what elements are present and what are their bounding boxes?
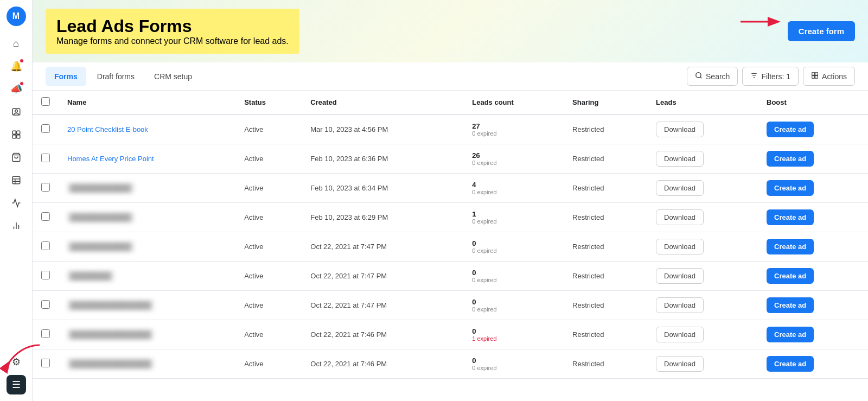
row-checkbox[interactable]: [41, 359, 50, 367]
svg-rect-7: [12, 176, 20, 184]
campaigns-icon[interactable]: [7, 193, 26, 213]
forms-table: Name Status Created Leads count Sharing …: [33, 91, 868, 379]
analytics-icon[interactable]: [7, 216, 26, 235]
home-icon[interactable]: ⌂: [7, 34, 26, 53]
tab-crm-setup[interactable]: CRM setup: [145, 67, 201, 86]
table-row: Homes At Every Price PointActiveFeb 10, …: [33, 144, 868, 174]
create-ad-button[interactable]: Create ad: [767, 268, 814, 284]
meta-logo[interactable]: M: [7, 7, 26, 26]
table-row: 20 Point Checklist E-bookActiveMar 10, 2…: [33, 114, 868, 144]
form-sharing: Restricted: [564, 232, 647, 262]
create-ad-button[interactable]: Create ad: [767, 151, 814, 167]
menu-icon[interactable]: ☰: [7, 375, 26, 394]
form-name-link[interactable]: Homes At Every Price Point: [67, 155, 154, 163]
row-checkbox[interactable]: [41, 154, 50, 162]
actions-button[interactable]: Actions: [803, 67, 855, 86]
form-name-link[interactable]: 20 Point Checklist E-book: [67, 125, 148, 133]
select-all-checkbox[interactable]: [41, 97, 50, 106]
form-name-blurred: ████████████: [67, 241, 134, 252]
create-ad-button[interactable]: Create ad: [767, 209, 814, 225]
form-leads-count: 00 expired: [463, 291, 564, 320]
arrow-create-form: [741, 11, 784, 33]
table-row: ████████████ActiveFeb 10, 2023 at 6:34 P…: [33, 174, 868, 203]
form-sharing: Restricted: [564, 320, 647, 349]
svg-line-16: [700, 77, 702, 79]
actions-icon: [811, 72, 819, 81]
form-status: Active: [235, 114, 302, 144]
form-leads-count: 10 expired: [463, 203, 564, 232]
form-sharing: Restricted: [564, 291, 647, 320]
create-ad-button[interactable]: Create ad: [767, 180, 814, 196]
megaphone-icon[interactable]: 📣: [7, 79, 26, 99]
col-checkbox: [33, 91, 59, 114]
form-sharing: Restricted: [564, 174, 647, 203]
svg-rect-4: [12, 135, 16, 138]
form-created: Feb 10, 2023 at 6:36 PM: [302, 144, 463, 174]
form-created: Oct 22, 2021 at 7:47 PM: [302, 262, 463, 291]
filters-button[interactable]: Filters: 1: [742, 67, 799, 86]
form-name-blurred: ████████████████: [67, 300, 154, 310]
form-sharing: Restricted: [564, 203, 647, 232]
download-button[interactable]: Download: [656, 239, 704, 254]
form-leads-count: 00 expired: [463, 262, 564, 291]
form-sharing: Restricted: [564, 262, 647, 291]
row-checkbox[interactable]: [41, 124, 50, 133]
search-button[interactable]: Search: [687, 67, 738, 86]
form-status: Active: [235, 349, 302, 379]
form-status: Active: [235, 203, 302, 232]
form-leads-count: 260 expired: [463, 144, 564, 174]
tab-draft-forms[interactable]: Draft forms: [88, 67, 143, 86]
form-created: Oct 22, 2021 at 7:46 PM: [302, 320, 463, 349]
form-sharing: Restricted: [564, 114, 647, 144]
col-status: Status: [235, 91, 302, 114]
form-created: Oct 22, 2021 at 7:47 PM: [302, 232, 463, 262]
col-created: Created: [302, 91, 463, 114]
contacts-icon[interactable]: [7, 102, 26, 122]
form-leads-count: 00 expired: [463, 232, 564, 262]
notification-bell-icon[interactable]: 🔔: [7, 56, 26, 76]
download-button[interactable]: Download: [656, 122, 704, 137]
form-name-blurred: ████████████: [67, 183, 134, 193]
row-checkbox[interactable]: [41, 212, 50, 221]
svg-point-15: [696, 73, 701, 78]
download-button[interactable]: Download: [656, 297, 704, 313]
table-row: ████████████████ActiveOct 22, 2021 at 7:…: [33, 291, 868, 320]
table-icon[interactable]: [7, 170, 26, 190]
download-button[interactable]: Download: [656, 268, 704, 284]
form-status: Active: [235, 262, 302, 291]
svg-rect-22: [812, 76, 815, 79]
create-ad-button[interactable]: Create ad: [767, 297, 814, 313]
col-name: Name: [59, 91, 235, 114]
form-created: Feb 10, 2023 at 6:34 PM: [302, 174, 463, 203]
download-button[interactable]: Download: [656, 151, 704, 167]
col-sharing: Sharing: [564, 91, 647, 114]
form-status: Active: [235, 232, 302, 262]
create-ad-button[interactable]: Create ad: [767, 327, 814, 342]
form-created: Oct 22, 2021 at 7:46 PM: [302, 349, 463, 379]
shop-icon[interactable]: [7, 148, 26, 167]
row-checkbox[interactable]: [41, 300, 50, 309]
main-content: Lead Ads Forms Manage forms and connect …: [33, 0, 868, 401]
create-ad-button[interactable]: Create ad: [767, 122, 814, 137]
row-checkbox[interactable]: [41, 183, 50, 192]
settings-icon[interactable]: ⚙: [7, 352, 26, 372]
sidebar: M ⌂ 🔔 📣 ⚙ ☰: [0, 0, 33, 401]
create-ad-button[interactable]: Create ad: [767, 356, 814, 372]
row-checkbox[interactable]: [41, 329, 50, 338]
tab-forms[interactable]: Forms: [46, 67, 86, 86]
table-row: ████████████ActiveFeb 10, 2023 at 6:29 P…: [33, 203, 868, 232]
toolbar: Search Filters: 1 Actions: [687, 67, 855, 86]
form-name-blurred: ████████████████: [67, 329, 154, 340]
row-checkbox[interactable]: [41, 241, 50, 250]
row-checkbox[interactable]: [41, 271, 50, 279]
download-button[interactable]: Download: [656, 356, 704, 372]
download-button[interactable]: Download: [656, 180, 704, 196]
pages-icon[interactable]: [7, 125, 26, 144]
svg-point-1: [15, 110, 17, 112]
create-form-button[interactable]: Create form: [788, 21, 855, 41]
table-row: ████████ActiveOct 22, 2021 at 7:47 PM00 …: [33, 262, 868, 291]
download-button[interactable]: Download: [656, 327, 704, 342]
form-created: Feb 10, 2023 at 6:29 PM: [302, 203, 463, 232]
create-ad-button[interactable]: Create ad: [767, 239, 814, 254]
download-button[interactable]: Download: [656, 209, 704, 225]
